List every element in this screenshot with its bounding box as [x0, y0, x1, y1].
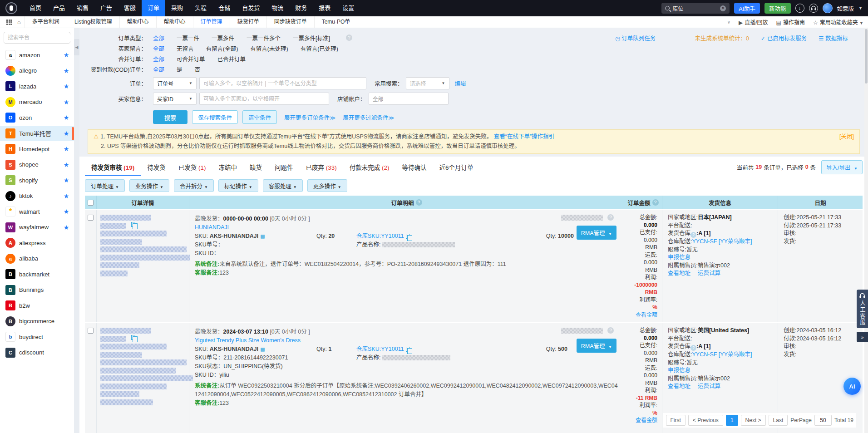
first-page-button[interactable]: First [666, 415, 686, 426]
chevron-down-icon[interactable]: ∨ [727, 20, 730, 25]
platform-search-input[interactable] [8, 34, 74, 41]
prev-page-button[interactable]: < Previous [688, 415, 723, 426]
import-export-button[interactable]: 导入/导出 ▼ [821, 160, 863, 174]
current-page-button[interactable]: 1 [726, 415, 738, 426]
copy-icon[interactable] [406, 234, 410, 239]
copy-icon[interactable] [131, 222, 135, 227]
top-nav-item[interactable]: 报表 [313, 0, 336, 16]
status-tab[interactable]: 已废弃 (33) [300, 158, 343, 176]
help-icon[interactable]: ? [346, 34, 352, 41]
bulk-action-button[interactable]: 合并拆分▼ [174, 179, 214, 192]
last-page-button[interactable]: Last [769, 415, 788, 426]
filter-option[interactable]: 全部 [153, 65, 164, 74]
unsynced-stat-label[interactable]: 未生成系统单统计：0 [695, 34, 749, 42]
product-title-link[interactable]: Yigutest Trendy Plus Size Women's Dress [195, 337, 618, 344]
bulk-action-button[interactable]: 业务操作▼ [129, 179, 169, 192]
top-nav-item[interactable]: 自发货 [236, 0, 266, 16]
top-nav-item[interactable]: 物流 [266, 0, 289, 16]
info-icon[interactable]: ? [690, 345, 696, 351]
freight-calc-link[interactable]: 运费试算 [698, 270, 720, 278]
shop-account-input[interactable] [369, 93, 449, 105]
common-search-select[interactable]: 请选择▼ [406, 77, 449, 89]
filter-option[interactable]: 已合并订单 [217, 54, 246, 63]
copy-icon[interactable] [406, 347, 410, 352]
workspace-tab[interactable]: 缺货打单 [230, 16, 266, 28]
clear-conditions-button[interactable]: 清空条件 [242, 110, 277, 124]
warehouse-delivery-link[interactable]: YYCN-SF [YY菜鸟顺丰] [692, 238, 752, 245]
filter-option[interactable]: 全部 [153, 54, 164, 63]
copy-icon[interactable] [131, 335, 135, 340]
favorites-link[interactable]: ☆常用功能收藏夹 ▼ [813, 18, 863, 26]
global-search-input[interactable] [672, 5, 711, 11]
top-nav-item[interactable]: 仓储 [212, 0, 236, 16]
view-address-link[interactable]: 查看地址 [668, 383, 690, 391]
workspace-tab[interactable]: 帮助中心 [156, 16, 193, 28]
notice-guide-link[interactable]: 查看“在线下单”操作指引 [494, 133, 554, 140]
bulk-action-button[interactable]: 订单处理▼ [85, 179, 125, 192]
apps-grid-icon[interactable] [6, 20, 12, 25]
next-page-button[interactable]: Next > [741, 415, 766, 426]
star-icon[interactable]: ★ [63, 145, 69, 153]
ai-assistant-button[interactable]: AI助手 [734, 3, 760, 14]
declare-info-link[interactable]: 申报信息 [668, 367, 690, 374]
rma-manage-button[interactable]: RMA管理 ▼ [577, 226, 616, 240]
top-nav-item[interactable]: 头程 [189, 0, 212, 16]
help-icon[interactable]: ? [652, 199, 659, 206]
sidebar-platform-item[interactable]: H Homedepot ★ [0, 141, 74, 157]
chevron-down-icon[interactable]: ▼ [858, 6, 863, 10]
search-button[interactable]: 搜索 [153, 110, 187, 124]
filter-option[interactable]: 是 [177, 65, 182, 74]
ai-fab-button[interactable]: AI [843, 378, 861, 395]
data-metrics-link[interactable]: ☰ 数据指标 [819, 34, 848, 42]
bulk-action-button[interactable]: 更多操作▼ [307, 179, 347, 192]
view-address-link[interactable]: 查看地址 [668, 270, 690, 278]
sidebar-platform-item[interactable]: O ozon ★ [0, 110, 74, 126]
filter-option[interactable]: 否 [195, 65, 201, 74]
status-tab[interactable]: 近6个月订单 [433, 158, 480, 176]
sidebar-platform-item[interactable]: T Temu半托管 ★ [0, 126, 74, 142]
status-tab[interactable]: 等待确认 [396, 158, 433, 176]
sidebar-platform-item[interactable]: A aliexpress [0, 235, 74, 251]
star-icon[interactable]: ★ [63, 208, 69, 215]
star-icon[interactable]: ★ [63, 114, 69, 121]
workspace-tab[interactable]: Listing权限管理 [67, 16, 119, 28]
warehouse-sku-link[interactable]: 仓库SKU:YY10011 [356, 232, 404, 241]
filter-option[interactable]: 一票多件[标准] [293, 34, 330, 42]
buyer-id-input[interactable] [199, 93, 329, 105]
status-tab[interactable]: 付款未完成 (2) [343, 158, 396, 176]
select-all-checkbox[interactable] [88, 200, 94, 206]
status-tab[interactable]: 已发货 (1) [172, 158, 212, 176]
page-scrollbar[interactable] [864, 28, 868, 433]
warehouse-delivery-link[interactable]: YYCN-SF [YY菜鸟顺丰] [692, 351, 752, 358]
workspace-tab[interactable]: 订单管理 [193, 16, 230, 28]
buyer-field-select[interactable]: 买家ID▼ [153, 93, 197, 105]
star-icon[interactable]: ★ [63, 161, 69, 168]
status-tab[interactable]: 待发货审核 (19) [85, 158, 141, 176]
top-nav-item[interactable]: 采购 [165, 0, 189, 16]
filter-option[interactable]: 一票一件 [177, 34, 199, 42]
sidebar-platform-item[interactable]: allegro ★ [0, 63, 74, 79]
sidebar-platform-item[interactable]: W wayfairnew ★ [0, 220, 74, 236]
filter-option[interactable]: 一票多件 [212, 34, 234, 42]
save-search-button[interactable]: 保存搜索条件 [192, 110, 238, 124]
sidebar-platform-item[interactable]: C cdiscount [0, 345, 74, 361]
declare-info-link[interactable]: 申报信息 [668, 254, 690, 261]
rma-manage-button[interactable]: RMA管理 ▼ [577, 339, 616, 353]
edit-link[interactable]: 编辑 [455, 79, 466, 88]
star-icon[interactable]: ★ [63, 67, 69, 74]
grid-icon[interactable]: ▦ [260, 233, 265, 239]
freight-calc-link[interactable]: 运费试算 [698, 383, 720, 391]
more-order-conditions-link[interactable]: 展开更多订单条件≫ [284, 113, 335, 122]
close-notice-button[interactable]: [关闭] [839, 132, 854, 142]
workspace-tab[interactable]: 同步缺货订单 [266, 16, 314, 28]
top-nav-item[interactable]: 客服 [118, 0, 142, 16]
help-icon[interactable]: ? [607, 327, 614, 334]
top-nav-item[interactable]: 产品 [47, 0, 71, 16]
star-icon[interactable]: ★ [63, 83, 69, 90]
filter-option[interactable]: 有留言(未处理) [250, 44, 288, 53]
per-page-input[interactable] [814, 415, 832, 426]
sidebar-platform-item[interactable]: ♪ tiktok ★ [0, 188, 74, 204]
star-icon[interactable]: ★ [63, 177, 69, 184]
filter-option[interactable]: 全部 [153, 44, 164, 53]
sidebar-platform-item[interactable]: * walmart ★ [0, 204, 74, 220]
